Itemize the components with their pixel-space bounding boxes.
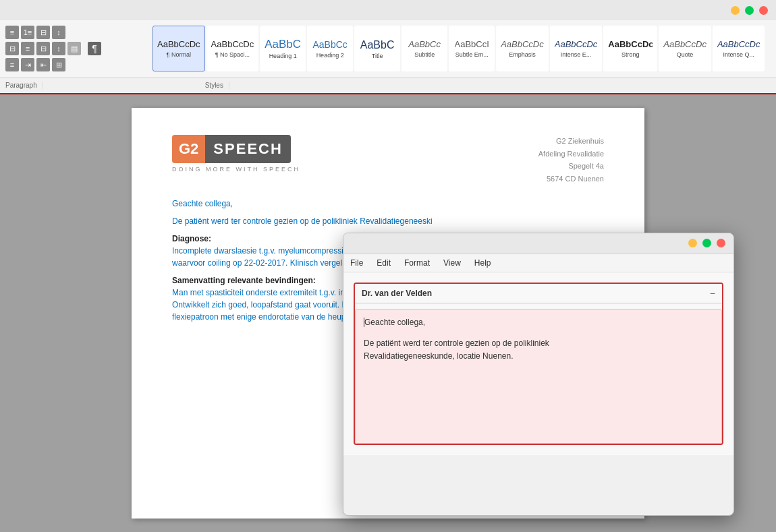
style-label-h1: Heading 1 xyxy=(269,53,297,59)
address-line3: Spegelt 4a xyxy=(538,160,604,173)
ribbon-bottom-labels: Paragraph Styles xyxy=(0,77,776,93)
sort-icon[interactable]: ↕ xyxy=(52,26,65,39)
compose-header: Dr. van der Velden − xyxy=(355,284,722,303)
style-preview-strong: AaBbCcDc xyxy=(608,39,653,50)
styles-label: Styles xyxy=(43,82,229,89)
style-preview-title: AaBbC xyxy=(360,38,395,51)
compose-minimize-icon[interactable]: − xyxy=(710,288,715,299)
address-line2: Afdeling Revalidatie xyxy=(538,148,604,160)
logo-box: G2 SPEECH DOING MORE WITH SPEECH xyxy=(172,135,300,173)
logo-tagline: DOING MORE WITH SPEECH xyxy=(172,166,300,173)
multilevel-icon[interactable]: ⊟ xyxy=(36,26,50,39)
align-right-icon[interactable]: ⊟ xyxy=(36,42,50,55)
menu-item-file[interactable]: File xyxy=(350,258,363,268)
align-left-icon[interactable]: ⊟ xyxy=(5,42,19,55)
style-preview-h2: AaBbCc xyxy=(312,39,347,51)
numbering-icon[interactable]: 1≡ xyxy=(21,26,34,39)
style-preview-h1: AaBbC xyxy=(265,38,301,51)
menu-item-format[interactable]: Format xyxy=(404,258,430,268)
menu-item-edit[interactable]: Edit xyxy=(377,258,391,268)
style-preview-subtle: AaBbCcI xyxy=(455,39,489,50)
style-preview-normal: AaBbCcDc xyxy=(157,39,200,50)
style-label-subtle: Subtle Em... xyxy=(455,51,489,58)
shading-icon[interactable]: ▤ xyxy=(67,42,81,55)
overlay-maximize-button[interactable] xyxy=(702,239,711,247)
menu-item-help[interactable]: Help xyxy=(474,258,491,268)
style-label-quote: Quote xyxy=(677,51,694,58)
pilcrow-icon[interactable]: ¶ xyxy=(88,42,101,55)
borders-icon[interactable]: ⊞ xyxy=(52,58,65,71)
style-label-title: Title xyxy=(372,53,383,59)
maximize-button[interactable] xyxy=(745,6,754,15)
compose-body[interactable]: Geachte collega, De patiënt werd ter con… xyxy=(355,309,722,444)
line-spacing-icon[interactable]: ↕ xyxy=(52,42,65,55)
justify-icon[interactable]: ≡ xyxy=(5,58,19,71)
style-preview-intense-q: AaBbCcDc xyxy=(717,39,760,50)
style-label-nospace: ¶ No Spaci... xyxy=(215,51,250,58)
style-subtle[interactable]: AaBbCcI Subtle Em... xyxy=(449,26,495,71)
style-strong[interactable]: AaBbCcDc Strong xyxy=(603,26,657,71)
doc-header: G2 SPEECH DOING MORE WITH SPEECH G2 Ziek… xyxy=(172,135,604,185)
style-preview-subtitle: AaBbCc xyxy=(408,39,441,50)
overlay-close-button[interactable] xyxy=(717,239,725,247)
style-label-intense-q: Intense Q... xyxy=(723,51,754,58)
overlay-window: FileEditFormatViewHelp Dr. van der Velde… xyxy=(343,233,734,516)
compose-greeting: Geachte collega, xyxy=(364,316,713,329)
logo-area: G2 SPEECH DOING MORE WITH SPEECH xyxy=(172,135,538,174)
address-line4: 5674 CD Nuenen xyxy=(538,173,604,185)
style-preview-nospace: AaBbCcDc xyxy=(211,39,254,50)
ribbon-paragraph-section: ≡ 1≡ ⊟ ↕ ⊟ ≡ ⊟ ↕ ▤ ≡ ⇥ ⇤ xyxy=(0,20,148,77)
bullets-icon[interactable]: ≡ xyxy=(5,26,19,39)
indent-icon[interactable]: ⇥ xyxy=(21,58,34,71)
style-preview-intense-e: AaBbCcDc xyxy=(555,39,598,50)
style-intense-e[interactable]: AaBbCcDc Intense E... xyxy=(550,26,603,71)
doc-greeting: Geachte collega, xyxy=(172,199,604,208)
style-subtitle[interactable]: AaBbCc Subtitle xyxy=(401,26,447,71)
style-label-subtitle: Subtitle xyxy=(414,51,435,58)
compose-paragraph: De patiënt werd ter controle gezien op d… xyxy=(364,337,713,363)
ribbon-styles-section: AaBbCcDc ¶ Normal AaBbCcDc ¶ No Spaci...… xyxy=(148,20,776,77)
style-h1[interactable]: AaBbC Heading 1 xyxy=(260,26,306,71)
compose-frame: Dr. van der Velden − Geachte collega, De… xyxy=(354,283,723,445)
style-label-intense-e: Intense E... xyxy=(561,51,592,58)
style-preview-quote: AaBbCcDc xyxy=(663,39,706,50)
align-center-icon[interactable]: ≡ xyxy=(21,42,34,55)
menu-item-view[interactable]: View xyxy=(443,258,461,268)
doc-paragraph1: De patiënt werd ter controle gezien op d… xyxy=(172,215,604,227)
title-bar xyxy=(0,0,776,20)
overlay-menu: FileEditFormatViewHelp xyxy=(343,254,733,272)
style-preview-emphasis: AaBbCcDc xyxy=(501,39,544,50)
address-area: G2 Ziekenhuis Afdeling Revalidatie Spege… xyxy=(538,135,604,185)
style-label-h2: Heading 2 xyxy=(316,52,344,59)
style-normal[interactable]: AaBbCcDc ¶ Normal xyxy=(153,26,205,71)
style-nospace[interactable]: AaBbCcDc ¶ No Spaci... xyxy=(206,26,259,71)
logo-speech-text: SPEECH xyxy=(205,135,290,163)
style-h2[interactable]: AaBbCc Heading 2 xyxy=(307,26,353,71)
style-label-strong: Strong xyxy=(621,51,640,58)
logo-g2: G2 xyxy=(172,135,205,163)
style-title[interactable]: AaBbC Title xyxy=(354,26,400,71)
style-quote[interactable]: AaBbCcDc Quote xyxy=(659,26,711,71)
outdent-icon[interactable]: ⇤ xyxy=(36,58,50,71)
close-button[interactable] xyxy=(759,6,768,15)
compose-recipient: Dr. van der Velden xyxy=(362,289,432,298)
overlay-minimize-button[interactable] xyxy=(688,239,697,247)
style-label-emphasis: Emphasis xyxy=(509,51,536,58)
logo-speech: G2 SPEECH xyxy=(172,135,300,163)
ribbon: ≡ 1≡ ⊟ ↕ ⊟ ≡ ⊟ ↕ ▤ ≡ ⇥ ⇤ xyxy=(0,20,776,94)
overlay-content: Dr. van der Velden − Geachte collega, De… xyxy=(343,272,733,455)
address-line1: G2 Ziekenhuis xyxy=(538,135,604,148)
style-intense-q[interactable]: AaBbCcDc Intense Q... xyxy=(713,26,765,71)
style-emphasis[interactable]: AaBbCcDc Emphasis xyxy=(496,26,549,71)
paragraph-label: Paragraph xyxy=(0,82,43,89)
overlay-titlebar xyxy=(343,233,733,254)
minimize-button[interactable] xyxy=(731,6,740,15)
style-label-normal: ¶ Normal xyxy=(167,51,191,58)
